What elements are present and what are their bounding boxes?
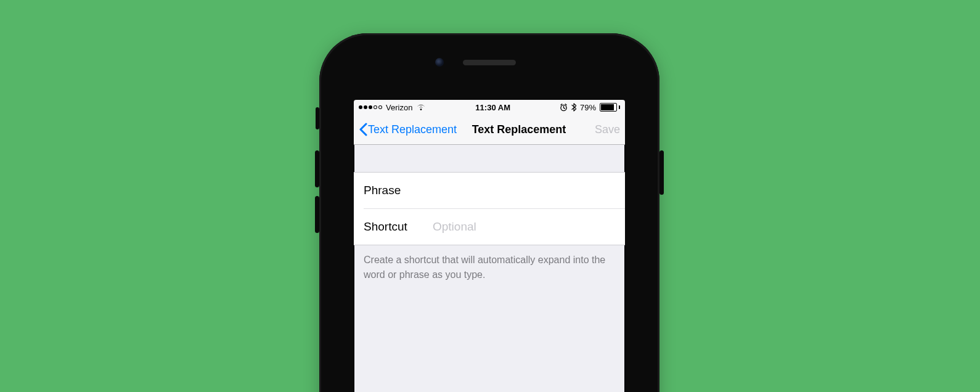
chevron-left-icon: [359, 123, 367, 136]
stage: Verizon 11:30 AM 79%: [0, 0, 980, 392]
earpiece-speaker: [463, 60, 516, 65]
volume-up-button: [315, 150, 319, 187]
phrase-label: Phrase: [364, 184, 420, 197]
mute-switch: [316, 107, 319, 129]
phone-frame: Verizon 11:30 AM 79%: [319, 33, 659, 392]
phrase-row[interactable]: Phrase: [354, 173, 625, 208]
phrase-input[interactable]: [431, 183, 615, 198]
signal-strength-icon: [359, 105, 382, 109]
shortcut-row[interactable]: Shortcut: [364, 208, 625, 245]
wifi-icon: [416, 104, 426, 111]
section-spacer: [354, 145, 625, 172]
back-label: Text Replacement: [368, 123, 457, 136]
alarm-icon: [560, 104, 568, 112]
save-button[interactable]: Save: [595, 123, 620, 136]
shortcut-input[interactable]: [431, 219, 615, 234]
carrier-label: Verizon: [386, 103, 412, 112]
clock: 11:30 AM: [475, 103, 510, 112]
battery-icon: [600, 103, 620, 112]
nav-bar: Text Replacement Text Replacement Save: [354, 115, 625, 145]
volume-down-button: [315, 196, 319, 233]
front-camera: [435, 58, 444, 67]
footer-note: Create a shortcut that will automaticall…: [354, 245, 625, 290]
bluetooth-icon: [571, 103, 576, 112]
form-list: Phrase Shortcut: [354, 172, 625, 245]
battery-percent: 79%: [580, 103, 596, 112]
shortcut-label: Shortcut: [364, 220, 420, 234]
power-button: [659, 150, 664, 195]
back-button[interactable]: Text Replacement: [359, 123, 457, 136]
status-bar: Verizon 11:30 AM 79%: [354, 100, 625, 115]
screen: Verizon 11:30 AM 79%: [354, 100, 625, 392]
